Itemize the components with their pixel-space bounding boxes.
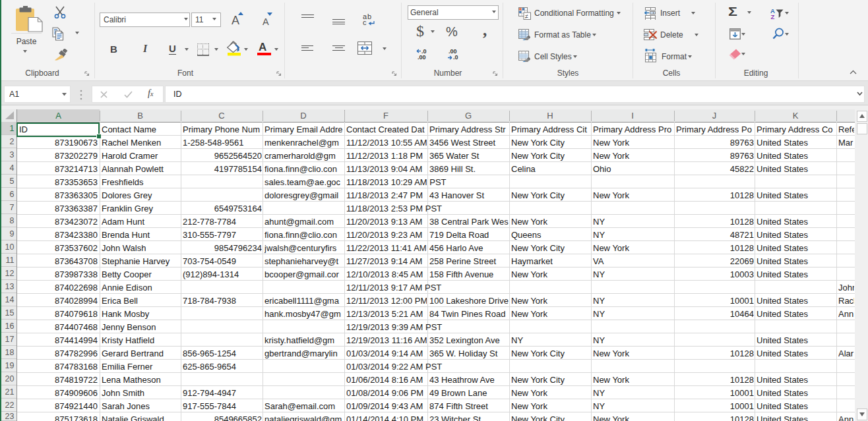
svg-text:Z: Z [771,13,775,20]
svg-text:.0: .0 [453,54,458,61]
svg-text:≠: ≠ [525,13,528,20]
svg-text:.00: .00 [418,54,426,61]
